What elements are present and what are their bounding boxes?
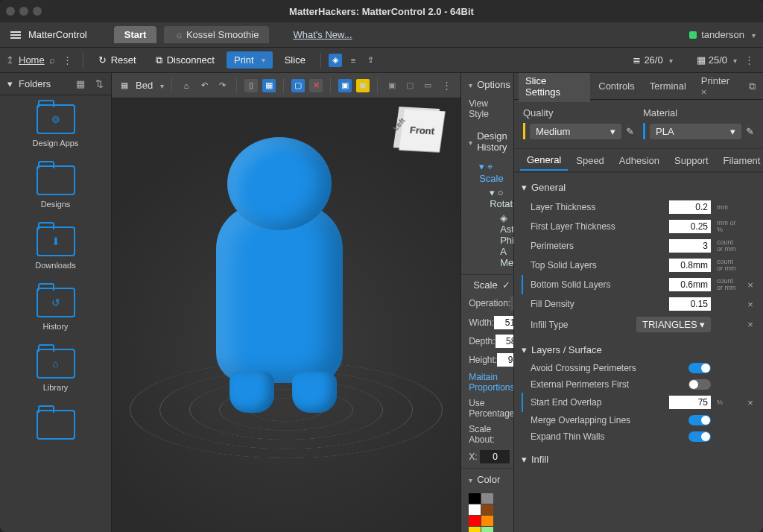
right-overflow-icon[interactable]: ⋮ <box>741 54 757 66</box>
sidebar-item-design-apps[interactable]: ⊚Design Apps <box>0 95 111 156</box>
scale-header[interactable]: Scale ✓✕⋮ <box>469 279 506 291</box>
layout-a-icon[interactable]: ▯ <box>244 79 258 92</box>
sidebar-item-downloads[interactable]: ⬇Downloads <box>0 218 111 279</box>
setting-input[interactable] <box>669 278 711 291</box>
reset-icon[interactable]: × <box>745 279 756 291</box>
export-icon[interactable]: ⇪ <box>364 54 378 67</box>
setting-select[interactable]: TRIANGLES▾ <box>636 317 711 332</box>
subtab-filament[interactable]: Filament <box>717 151 763 170</box>
tree-rotate[interactable]: ▾ ○ Rotate <box>479 186 513 211</box>
depth-input[interactable] <box>496 335 515 348</box>
search-icon[interactable]: ⌕ <box>49 54 55 66</box>
sidebar-item-extra[interactable] <box>0 401 111 449</box>
whats-new-link[interactable]: What's New... <box>293 29 352 40</box>
color-swatch[interactable] <box>481 516 493 526</box>
setting-input[interactable] <box>669 396 711 409</box>
sidebar-item-designs[interactable]: Designs <box>0 156 111 218</box>
sidebar-item-library[interactable]: ⌂Library <box>0 340 111 401</box>
setting-toggle[interactable] <box>688 363 711 373</box>
group-icon[interactable]: ▣ <box>385 79 399 92</box>
user-menu[interactable]: tanderson <box>689 29 756 40</box>
color-swatch[interactable] <box>481 527 493 532</box>
hamburger-icon[interactable] <box>7 28 24 42</box>
layers-icon[interactable]: ≡ <box>346 54 360 67</box>
style-material-icon[interactable] <box>501 104 511 114</box>
quality-select[interactable]: Medium▾ <box>530 124 621 139</box>
color-swatch[interactable] <box>469 504 481 515</box>
reset-icon[interactable]: × <box>745 319 756 330</box>
window-min-button[interactable] <box>19 7 28 16</box>
subtab-speed[interactable]: Speed <box>569 151 611 170</box>
tool-b-icon[interactable]: ▣ <box>356 79 370 92</box>
redo-icon[interactable]: ↷ <box>215 79 229 92</box>
folders-header[interactable]: ▾ Folders ▦ ⇅ <box>0 73 111 95</box>
design-history-header[interactable]: Design History <box>461 125 513 158</box>
height-input[interactable] <box>497 353 514 367</box>
setting-input[interactable] <box>669 220 711 233</box>
setting-toggle[interactable] <box>688 379 711 390</box>
left-counter[interactable]: ≣ 26/0 <box>633 54 672 66</box>
overflow-icon[interactable]: ⋮ <box>60 54 75 66</box>
apply-icon[interactable]: ✓ <box>502 279 510 291</box>
setting-input[interactable] <box>669 200 711 214</box>
style-solid-icon[interactable] <box>488 104 498 114</box>
group-layers[interactable]: ▾Layers / Surface <box>522 340 756 360</box>
print-button[interactable]: Print <box>227 51 273 69</box>
setting-input[interactable] <box>669 259 711 272</box>
subtab-adhesion[interactable]: Adhesion <box>612 151 666 170</box>
slice-button[interactable]: Slice <box>277 51 313 69</box>
setting-input[interactable] <box>669 297 711 311</box>
color-swatch[interactable] <box>481 504 493 515</box>
grid-icon[interactable]: ▦ <box>76 78 85 89</box>
align-icon[interactable]: ▭ <box>421 79 434 92</box>
right-counter[interactable]: ▦ 25/0 <box>697 54 737 66</box>
arrange-icon[interactable]: ▢ <box>291 79 305 92</box>
group-general[interactable]: ▾General <box>522 177 756 197</box>
scale-x-input[interactable] <box>480 450 510 463</box>
color-swatch[interactable] <box>469 493 481 504</box>
group-infill[interactable]: ▾Infill <box>522 449 756 469</box>
ungroup-icon[interactable]: ▢ <box>403 79 417 92</box>
tree-object[interactable]: ◈ Astronaut Phil A Me <box>479 211 513 270</box>
bed-menu[interactable]: ▦ <box>118 79 131 92</box>
color-swatch[interactable] <box>469 527 481 532</box>
color-swatch[interactable] <box>481 493 493 504</box>
tab-printer-settings[interactable]: Printer <box>694 73 744 102</box>
delete-icon[interactable]: ✕ <box>309 79 323 92</box>
subtab-general[interactable]: General <box>520 151 568 171</box>
undo-icon[interactable]: ↶ <box>197 79 211 92</box>
bed-overflow-icon[interactable]: ⋮ <box>439 80 455 91</box>
tab-start[interactable]: Start <box>114 26 157 43</box>
layout-grid-icon[interactable]: ▦ <box>262 79 276 92</box>
reset-icon[interactable]: × <box>745 299 756 310</box>
options-header[interactable]: Options ▦ ⧉ <box>461 73 513 95</box>
viewport-3d[interactable]: ▦ Bed ⌂ ↶ ↷ ▯ ▦ ▢ ✕ ▣ ▣ ▣ ▢ ▭ ⋮ <box>112 73 461 532</box>
sort-icon[interactable]: ⇅ <box>95 78 104 89</box>
subtab-support[interactable]: Support <box>668 151 715 170</box>
setting-toggle[interactable] <box>688 431 711 442</box>
model-astronaut[interactable] <box>216 204 343 383</box>
window-max-button[interactable] <box>33 7 42 16</box>
slice-overflow-icon[interactable]: ⧉ <box>746 80 759 92</box>
home-icon[interactable]: ⌂ <box>180 79 193 92</box>
quality-edit-icon[interactable]: ✎ <box>626 126 634 137</box>
reset-icon[interactable]: × <box>745 397 756 408</box>
reset-button[interactable]: ↻ Reset <box>91 51 144 69</box>
window-close-button[interactable] <box>6 7 15 16</box>
color-swatch[interactable] <box>469 516 481 526</box>
tab-terminal[interactable]: Terminal <box>643 76 693 96</box>
color-header[interactable]: Color <box>461 468 513 490</box>
tree-scale[interactable]: ▾ ⌖ Scale <box>479 159 513 186</box>
up-icon[interactable]: ↥ <box>6 54 14 66</box>
width-input[interactable] <box>494 316 514 329</box>
tab-printer[interactable]: ☼ Kossel Smoothie <box>164 26 269 43</box>
material-edit-icon[interactable]: ✎ <box>746 126 754 137</box>
tool-a-icon[interactable]: ▣ <box>338 79 352 92</box>
tab-slice-settings[interactable]: Slice Settings <box>519 73 590 102</box>
setting-toggle[interactable] <box>688 415 711 425</box>
style-wire-icon[interactable] <box>493 104 502 114</box>
material-select[interactable]: PLA▾ <box>650 124 741 139</box>
sidebar-item-history[interactable]: ↺History <box>0 279 111 340</box>
disconnect-button[interactable]: ⧉ Disconnect <box>148 51 222 69</box>
navigation-cube[interactable]: Front Left <box>399 110 445 153</box>
